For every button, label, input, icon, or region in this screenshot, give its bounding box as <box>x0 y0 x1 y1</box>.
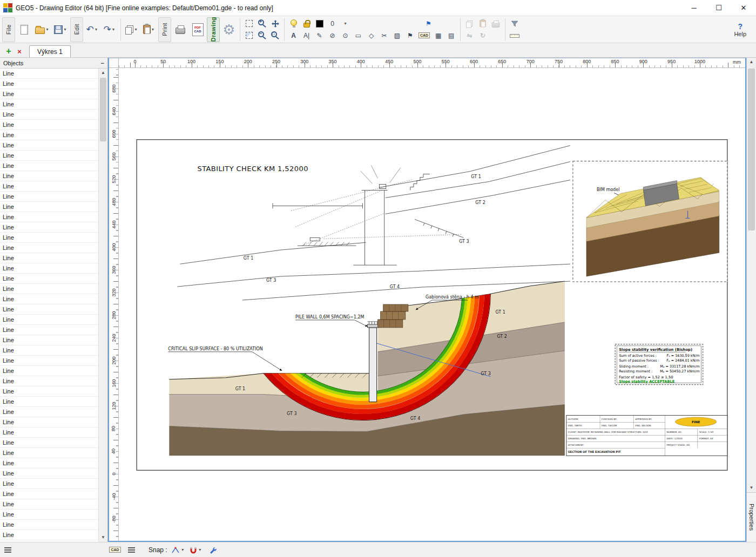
layer-flag-button[interactable]: ⚑ <box>422 18 435 29</box>
magnet-dropdown-arrow[interactable]: ▾ <box>198 547 202 552</box>
pen-width-value[interactable]: 0 <box>326 18 339 29</box>
measure-button[interactable] <box>508 30 521 41</box>
list-item[interactable]: Line <box>0 161 98 171</box>
paste-dropdown-arrow[interactable]: ▾ <box>151 27 156 32</box>
list-item[interactable]: Line <box>0 438 98 448</box>
list-item[interactable]: Line <box>0 510 98 520</box>
list-item[interactable]: Line <box>0 171 98 181</box>
collapse-panel-button[interactable]: − <box>101 60 104 66</box>
list-item[interactable]: Line <box>0 356 98 366</box>
file-menu-button[interactable]: File <box>2 17 15 42</box>
trim-tool-button[interactable]: ✂ <box>378 30 390 41</box>
list-item[interactable]: Line <box>0 274 98 284</box>
list-item[interactable]: Line <box>0 110 98 120</box>
zoom-in-button[interactable]: + <box>256 18 268 29</box>
panel-options-icon[interactable] <box>4 547 11 553</box>
drawing-viewport[interactable]: STABILITY CHECK KM 1,52000 <box>119 68 745 541</box>
cad-mode-button[interactable]: CAD <box>109 544 122 556</box>
list-item[interactable]: Line <box>0 499 98 510</box>
mirror-button[interactable]: ⇋ <box>463 30 476 41</box>
redo-dropdown-arrow[interactable]: ▾ <box>111 27 116 32</box>
list-item[interactable]: Line <box>0 458 98 468</box>
scroll-thumb[interactable] <box>100 78 106 141</box>
open-button[interactable]: ▾ <box>33 18 51 41</box>
list-item[interactable]: Line <box>0 376 98 386</box>
list-item[interactable]: Line <box>0 468 98 479</box>
table-tool-button[interactable]: ▦ <box>432 30 444 41</box>
list-item[interactable]: Line <box>0 448 98 458</box>
color-picker-button[interactable] <box>313 18 326 29</box>
edit-menu-button[interactable]: Edit <box>70 17 83 42</box>
properties-tab[interactable]: Properties <box>747 492 756 542</box>
select-region-button[interactable] <box>243 18 255 29</box>
line-list-button[interactable] <box>125 544 138 556</box>
add-tab-button[interactable]: + <box>3 46 14 56</box>
list-item[interactable]: Line <box>0 315 98 325</box>
help-button[interactable]: ? Help <box>734 22 746 37</box>
list-item[interactable]: Line <box>0 284 98 294</box>
style-dropdown[interactable]: ▾ <box>339 18 352 29</box>
tab[interactable]: Výkres 1 <box>29 45 71 57</box>
list-item[interactable]: Line <box>0 192 98 202</box>
list-item[interactable]: Line <box>0 181 98 192</box>
list-item[interactable]: Line <box>0 130 98 140</box>
list-item[interactable]: Line <box>0 212 98 222</box>
cad-import-button[interactable]: CAD <box>417 30 431 41</box>
list-item[interactable]: Line <box>0 325 98 335</box>
list-item[interactable]: Line <box>0 243 98 253</box>
print-button[interactable] <box>172 18 188 41</box>
scroll-up-arrow[interactable]: ▲ <box>99 69 107 77</box>
list-item[interactable]: Line <box>0 489 98 499</box>
hatch-tool-button[interactable]: ▨ <box>391 30 403 41</box>
scroll-thumb[interactable] <box>748 69 755 230</box>
print-preview-button[interactable] <box>489 18 502 29</box>
pdf-cad-export-button[interactable]: PDFCAD <box>190 18 206 41</box>
undo-dropdown-arrow[interactable]: ▾ <box>94 27 99 32</box>
close-tab-button[interactable]: × <box>14 47 25 56</box>
list-item[interactable]: Line <box>0 345 98 356</box>
drawing-menu-button[interactable]: Drawing <box>207 17 220 42</box>
pan-button[interactable] <box>269 18 281 29</box>
snap-mode-button[interactable]: ▾ <box>171 544 186 556</box>
list-item[interactable]: Line <box>0 222 98 233</box>
print-menu-button[interactable]: Print <box>158 17 171 42</box>
list-item[interactable]: Line <box>0 120 98 130</box>
snap-settings-button[interactable] <box>206 544 219 556</box>
scroll-track[interactable] <box>747 66 756 484</box>
image-tool-button[interactable]: ▤ <box>445 30 457 41</box>
list-item[interactable]: Line <box>0 407 98 417</box>
copy-dropdown-arrow[interactable]: ▾ <box>133 27 138 32</box>
list-item[interactable]: Line <box>0 520 98 530</box>
magnet-snap-button[interactable]: ▾ <box>189 544 203 556</box>
list-item[interactable]: Line <box>0 304 98 315</box>
list-item[interactable]: Line <box>0 69 98 79</box>
list-item[interactable]: Line <box>0 99 98 110</box>
scroll-down-arrow[interactable]: ▼ <box>747 484 756 492</box>
list-item[interactable]: Line <box>0 202 98 212</box>
circle-tool-button[interactable]: ⊙ <box>339 30 352 41</box>
copy-visible-button[interactable] <box>463 18 476 29</box>
canvas-scrollbar[interactable]: ▲ ▼ <box>747 58 756 492</box>
save-dropdown-arrow[interactable]: ▾ <box>63 27 68 32</box>
open-dropdown-arrow[interactable]: ▾ <box>45 27 50 32</box>
list-item[interactable]: Line <box>0 366 98 376</box>
text-tool-button[interactable]: A <box>287 30 300 41</box>
close-button[interactable]: ✕ <box>731 0 756 16</box>
list-item[interactable]: Line <box>0 397 98 407</box>
undo-button[interactable]: ↶▾ <box>84 18 100 41</box>
list-item[interactable]: Line <box>0 233 98 243</box>
rect-tool-button[interactable]: ▭ <box>352 30 364 41</box>
minimize-button[interactable]: ─ <box>681 0 706 16</box>
list-item[interactable]: Line <box>0 427 98 438</box>
settings-button[interactable]: ⚙ <box>221 18 237 41</box>
maximize-button[interactable]: ☐ <box>706 0 731 16</box>
copy-button[interactable]: ▾ <box>124 18 140 41</box>
list-item[interactable]: Line <box>0 335 98 345</box>
text-edit-tool-button[interactable]: A| <box>300 30 313 41</box>
line-style-button[interactable]: ⊘ <box>326 30 339 41</box>
objects-scrollbar[interactable]: ▲ ▼ <box>98 69 107 542</box>
zoom-extents-button[interactable]: ⌂ <box>269 30 281 41</box>
visibility-button[interactable] <box>287 18 300 29</box>
list-item[interactable]: Line <box>0 151 98 161</box>
zoom-out-button[interactable]: − <box>256 30 268 41</box>
